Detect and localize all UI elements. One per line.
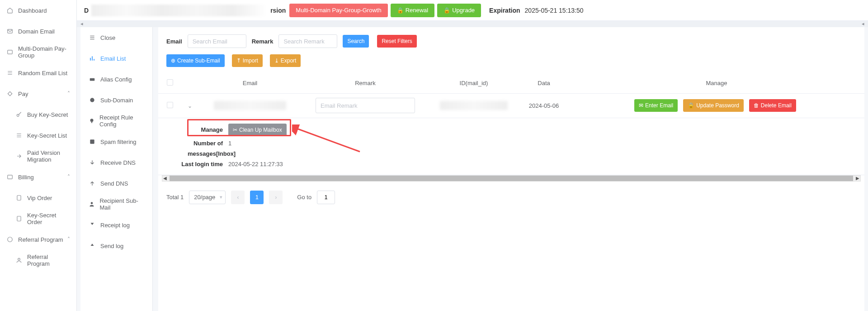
sub-label: Email List [100, 55, 126, 62]
svg-point-10 [90, 119, 94, 122]
sidebar-item-buy-key[interactable]: Buy Key-Secret [0, 104, 76, 125]
redacted-title [91, 5, 268, 16]
search-button[interactable]: Search [343, 35, 369, 48]
sidebar-label: Referral Program [18, 236, 67, 243]
svg-point-2 [17, 114, 19, 116]
sidebar-item-key-order[interactable]: Key-Secret Order [0, 208, 76, 229]
col-remark: Remark [302, 73, 429, 93]
sidebar-label: Domain Email [18, 28, 70, 35]
upgrade-button[interactable]: 🔒Upgrade [437, 4, 481, 17]
create-sub-email-button[interactable]: ⊕Create Sub-Email [166, 54, 225, 67]
collapse-left-icon[interactable]: ◂ [80, 21, 83, 27]
next-page-button[interactable]: › [269, 191, 283, 204]
sidebar-item-domain-email[interactable]: Domain Email [0, 21, 76, 42]
num-messages-value: 1 [228, 140, 231, 147]
main-sidebar: Dashboard Domain Email Multi-Domain Pay-… [0, 0, 77, 311]
enter-email-button[interactable]: ✉Enter Email [634, 99, 678, 112]
sub-item-recipient[interactable]: Recipient Sub-Mail [80, 194, 152, 215]
row-checkbox[interactable] [167, 102, 173, 108]
remark-filter-label: Remark [252, 38, 274, 45]
download-icon: ⤓ [274, 57, 279, 64]
page-number-button[interactable]: 1 [250, 191, 264, 204]
per-page-select[interactable]: 20/page [189, 191, 226, 204]
goto-page-input[interactable] [317, 191, 335, 204]
delete-email-button[interactable]: 🗑Delete Email [749, 99, 796, 112]
sub-sidebar: Close Email List Alias Config Sub-Domain… [80, 27, 153, 311]
trash-icon: 🗑 [754, 102, 759, 109]
chevron-up-icon: ˄ [67, 174, 70, 180]
sub-label: Close [100, 34, 115, 41]
list-icon [6, 69, 14, 77]
sub-item-receive-dns[interactable]: Receive DNS [80, 152, 152, 173]
prev-page-button[interactable]: ‹ [231, 191, 245, 204]
sub-item-alias[interactable]: Alias Config [80, 69, 152, 90]
sidebar-item-key-list[interactable]: Key-Secret List [0, 125, 76, 146]
sub-item-receipt-log[interactable]: Receipt log [80, 215, 152, 235]
chevron-up-icon: ˄ [67, 91, 70, 97]
scroll-left-icon[interactable]: ◀ [162, 176, 168, 181]
sub-item-receipt-rule[interactable]: Receipt Rule Config [80, 110, 152, 131]
sub-item-email-list[interactable]: Email List [80, 48, 152, 69]
last-login-value: 2024-05-22 11:27:33 [228, 161, 283, 167]
order-icon [15, 194, 23, 201]
last-login-label: Last login time [158, 161, 228, 167]
order-icon [15, 215, 23, 222]
sidebar-label: Random Email List [18, 70, 70, 77]
close-icon [89, 34, 96, 41]
sidebar-item-billing[interactable]: Billing ˄ [0, 167, 76, 187]
page-title-suffix: rsion [270, 7, 286, 14]
update-password-button[interactable]: 🔒Update Password [683, 99, 744, 112]
sub-item-spam[interactable]: Spam filtering [80, 131, 152, 152]
sub-label: Recipient Sub-Mail [99, 197, 144, 211]
expiration-label: Expiration [489, 7, 520, 14]
renewal-button[interactable]: 🔒Renewal [391, 4, 435, 17]
select-all-checkbox[interactable] [167, 79, 173, 86]
sidebar-label: Referral Program [27, 254, 70, 267]
reset-filters-button[interactable]: Reset Filters [377, 35, 416, 48]
referral-icon [6, 236, 14, 243]
upload-icon [89, 180, 96, 187]
user-icon [15, 257, 23, 264]
sub-item-subdomain[interactable]: Sub-Domain [80, 90, 152, 110]
sidebar-item-random-email[interactable]: Random Email List [0, 62, 76, 83]
import-button[interactable]: ⤒Import [232, 54, 263, 67]
col-data: Data [519, 73, 569, 93]
user-icon [89, 201, 95, 207]
collapse-right-icon[interactable]: ◂ [862, 21, 864, 27]
log-down-icon [89, 222, 96, 228]
horizontal-scrollbar[interactable]: ◀ ▶ [162, 175, 861, 182]
sub-item-send-dns[interactable]: Send DNS [80, 173, 152, 194]
sidebar-item-vip-order[interactable]: Vip Order [0, 187, 76, 208]
search-remark-input[interactable] [278, 34, 337, 48]
sidebar-label: Pay [18, 91, 67, 97]
export-button[interactable]: ⤓Export [270, 54, 301, 67]
expand-row-icon[interactable]: ⌄ [188, 103, 192, 109]
email-remark-input[interactable] [316, 98, 415, 113]
sub-item-send-log[interactable]: Send log [80, 235, 152, 256]
clean-up-mailbox-button[interactable]: ✂Clean Up Mailbox [228, 124, 287, 136]
multi-domain-button[interactable]: Multi-Domain Pay-Group-Growth [289, 4, 387, 17]
action-row: ⊕Create Sub-Email ⤒Import ⤓Export [158, 48, 864, 73]
svg-rect-1 [8, 50, 13, 54]
log-up-icon [89, 243, 96, 249]
col-manage: Manage [569, 73, 864, 93]
svg-rect-4 [17, 196, 21, 201]
sidebar-item-referral[interactable]: Referral Program ˄ [0, 229, 76, 250]
scroll-track[interactable] [170, 176, 853, 181]
sidebar-item-paid-migration[interactable]: Paid Version Migration [0, 146, 76, 167]
spam-icon [89, 139, 96, 145]
sub-item-close[interactable]: Close [80, 27, 152, 48]
search-email-input[interactable] [188, 34, 246, 48]
manage-label: Manage [158, 126, 228, 133]
sidebar-item-multi-domain[interactable]: Multi-Domain Pay-Group [0, 42, 76, 62]
sidebar-item-referral-sub[interactable]: Referral Program [0, 250, 76, 271]
svg-rect-5 [17, 216, 21, 221]
redacted-email [214, 101, 286, 110]
plus-icon: ⊕ [171, 57, 175, 64]
scroll-right-icon[interactable]: ▶ [855, 176, 860, 181]
sidebar-item-pay[interactable]: Pay ˄ [0, 83, 76, 104]
mail-icon: ✉ [639, 102, 643, 109]
group-icon [6, 48, 14, 56]
sidebar-item-dashboard[interactable]: Dashboard [0, 0, 76, 21]
row-date: 2024-05-06 [519, 93, 569, 118]
